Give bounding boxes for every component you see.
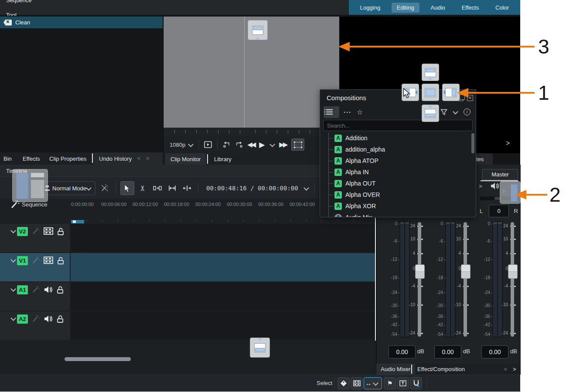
list-view-button[interactable] xyxy=(324,106,339,118)
track-badge[interactable]: A1 xyxy=(17,285,28,294)
edit-mode-dropdown[interactable]: Normal Mode xyxy=(41,181,95,195)
info-icon[interactable]: i xyxy=(464,108,471,115)
volume-fader-track[interactable] xyxy=(464,222,467,337)
composition-list-item[interactable]: A Alpha OUT xyxy=(320,178,476,189)
flag-icon[interactable]: ⚑ xyxy=(384,377,396,389)
menu-item[interactable]: Sequence xyxy=(0,0,38,7)
track-badge[interactable]: A2 xyxy=(17,314,28,324)
collapse-strip-chevron[interactable]: > xyxy=(479,183,482,189)
mix-mode-button[interactable]: ↔ xyxy=(364,377,382,389)
speaker-icon[interactable] xyxy=(490,182,499,190)
track-badge[interactable]: V2 xyxy=(17,227,28,236)
track-a2[interactable]: A2 xyxy=(0,311,376,340)
snap-magnet-icon[interactable] xyxy=(410,377,422,389)
tab-effect-composition[interactable]: Effect/Composition xyxy=(413,364,469,375)
db-readout[interactable]: 0.00dB xyxy=(477,345,521,358)
lock-open-icon[interactable] xyxy=(57,315,64,323)
composition-list-item[interactable]: A Audio Mix xyxy=(320,212,476,217)
tab-bin[interactable]: Bin xyxy=(3,152,12,165)
tab-scroll-prev[interactable]: < xyxy=(503,364,508,375)
dock-top-outer-indicator[interactable] xyxy=(248,20,268,40)
collapse-chevron-icon[interactable] xyxy=(10,228,16,233)
dock-bottom-indicator[interactable] xyxy=(422,105,439,122)
db-readout[interactable]: 0.00dB xyxy=(430,345,474,358)
play-button[interactable]: ▶ xyxy=(259,140,265,149)
video-track-icon[interactable] xyxy=(44,227,53,235)
composition-list-item[interactable]: A Alpha ATOP xyxy=(320,155,476,166)
speaker-icon[interactable] xyxy=(44,286,53,294)
composition-list-item[interactable]: A Alpha IN xyxy=(320,166,476,178)
track-a2-header[interactable]: A2 xyxy=(0,311,70,340)
volume-fader-handle[interactable] xyxy=(508,264,518,279)
track-v1-header[interactable]: V1 xyxy=(0,253,70,281)
favorites-star-icon[interactable]: ☆ xyxy=(357,108,363,116)
timecode-chevron[interactable] xyxy=(303,185,309,191)
rewind-button[interactable]: ◀◀ xyxy=(247,141,255,149)
track-a1-header[interactable]: A1 xyxy=(0,282,70,311)
timeline-horizontal-scrollbar[interactable] xyxy=(65,357,131,361)
tab-library[interactable]: Library xyxy=(209,153,237,165)
track-v1[interactable]: V1 xyxy=(0,253,376,281)
lock-open-icon[interactable] xyxy=(57,286,64,294)
volume-fader-track[interactable] xyxy=(511,222,514,337)
tab-logging[interactable]: Logging xyxy=(355,3,385,13)
track-a1-lane[interactable] xyxy=(71,282,376,311)
mark-out-icon[interactable] xyxy=(234,139,244,150)
chevron-down-icon[interactable] xyxy=(453,109,458,115)
mark-in-icon[interactable] xyxy=(222,139,232,150)
tab-audio-mixer[interactable]: Audio Mixer xyxy=(376,364,415,375)
lock-open-icon[interactable] xyxy=(57,257,65,265)
dock-center-indicator[interactable] xyxy=(422,84,439,101)
timeline-playhead[interactable] xyxy=(375,218,376,341)
composition-list-item[interactable]: A Alpha XOR xyxy=(320,200,476,212)
collapse-chevron-icon[interactable] xyxy=(10,257,16,263)
select-tool-button[interactable] xyxy=(120,181,134,195)
fast-forward-button[interactable]: ▶▶ xyxy=(279,141,286,149)
tab-undo-history[interactable]: Undo History xyxy=(99,152,132,165)
balance-row[interactable]: L0R xyxy=(477,205,521,218)
popup-scrollbar[interactable] xyxy=(471,133,474,153)
effects-wand-icon[interactable] xyxy=(32,315,40,323)
tab-clip-monitor[interactable]: Clip Monitor xyxy=(165,153,206,165)
volume-fader-handle[interactable] xyxy=(461,264,471,279)
tab-clip-properties[interactable]: Clip Properties xyxy=(49,152,86,165)
video-track-icon[interactable] xyxy=(44,257,53,264)
bin-item-clean[interactable]: Clean xyxy=(0,17,163,28)
track-v2-header[interactable]: V2 xyxy=(0,224,70,252)
track-a1[interactable]: A1 xyxy=(0,282,376,311)
resolution-dropdown[interactable]: 1080p xyxy=(170,142,185,148)
search-input[interactable]: Search... xyxy=(323,120,473,131)
dock-bottom-outer-indicator[interactable] xyxy=(250,338,270,358)
lock-open-icon[interactable] xyxy=(57,227,65,236)
track-badge[interactable]: V1 xyxy=(17,256,28,265)
tab-scroll-next[interactable]: > xyxy=(146,152,149,165)
clip-in-monitor-icon[interactable] xyxy=(203,139,213,150)
composition-list-item[interactable]: A addition_alpha xyxy=(320,144,476,155)
tab-effects-panel[interactable]: Effects xyxy=(23,152,40,165)
track-a2-lane[interactable] xyxy=(71,311,376,340)
collapse-chevron-icon[interactable] xyxy=(10,286,16,292)
timeline-zone-bar[interactable] xyxy=(71,220,84,223)
razor-tool-button[interactable]: ✂ xyxy=(136,182,149,195)
tab-scroll-next[interactable]: > xyxy=(511,364,518,375)
composition-list-item[interactable]: A Alpha OVER xyxy=(320,189,476,200)
volume-fader-handle[interactable] xyxy=(415,264,425,279)
more-options-icon[interactable]: ··· xyxy=(344,108,351,116)
tab-audio[interactable]: Audio xyxy=(426,3,450,13)
expand-panel-chevron[interactable]: > xyxy=(506,139,510,147)
track-v2[interactable]: V2 xyxy=(0,224,376,252)
collapse-chevron-icon[interactable] xyxy=(10,315,16,321)
tab-scroll-prev[interactable]: < xyxy=(137,152,140,165)
timeline-timecode[interactable]: 00:00:48:16 / 00:00:00:00 xyxy=(206,185,298,192)
volume-fader-track[interactable] xyxy=(418,222,421,337)
tab-notes-clipped[interactable]: tes xyxy=(474,153,493,165)
slip-tool-button[interactable] xyxy=(181,182,194,195)
tag-icon[interactable] xyxy=(338,377,350,389)
ripple-tool-button[interactable] xyxy=(166,182,179,195)
filter-funnel-icon[interactable] xyxy=(440,109,447,115)
zone-mode-button[interactable] xyxy=(291,139,304,151)
tab-editing[interactable]: Editing xyxy=(392,3,419,13)
tab-color[interactable]: Color xyxy=(490,3,514,13)
play-options-chevron[interactable] xyxy=(269,142,275,147)
track-compositing-icon[interactable] xyxy=(98,182,111,195)
